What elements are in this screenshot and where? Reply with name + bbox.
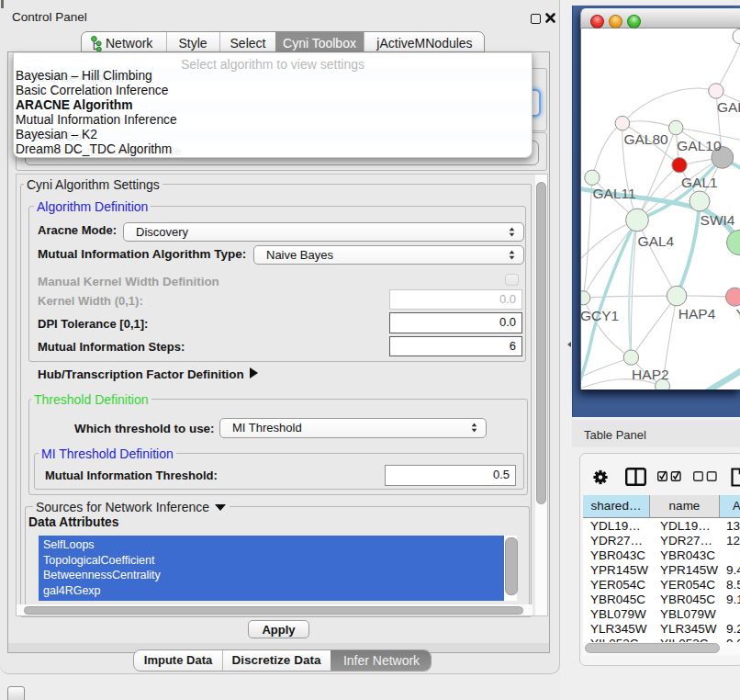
svg-text:HAP4: HAP4	[678, 306, 716, 322]
svg-text:Y: Y	[736, 306, 740, 322]
svg-text:GAL11: GAL11	[593, 186, 636, 201]
svg-text:SWI4: SWI4	[701, 212, 735, 228]
svg-text:GAL80: GAL80	[623, 131, 668, 147]
svg-text:GAL10: GAL10	[677, 138, 722, 153]
svg-text:GAL4: GAL4	[638, 233, 675, 249]
svg-text:HAP2: HAP2	[632, 367, 669, 382]
svg-text:GCY1: GCY1	[581, 308, 619, 323]
svg-text:GAL1: GAL1	[681, 175, 718, 190]
svg-text:GAL: GAL	[717, 99, 740, 115]
